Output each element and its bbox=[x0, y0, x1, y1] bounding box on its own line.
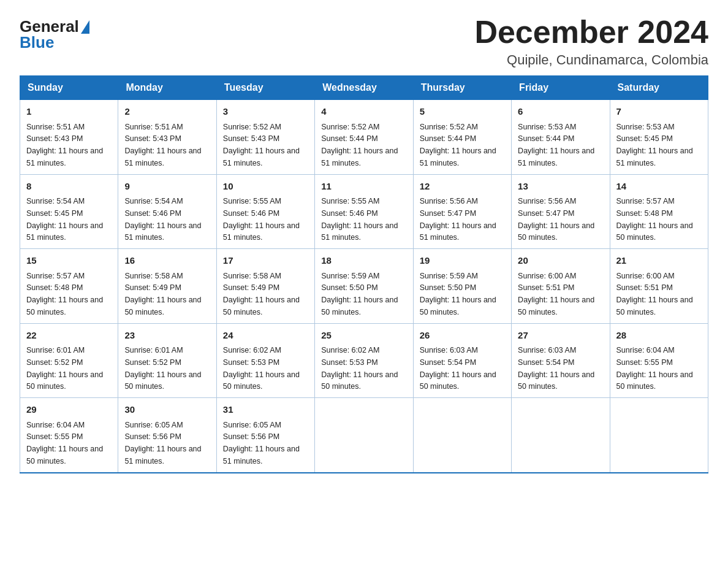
day-info: Sunrise: 5:54 AMSunset: 5:46 PMDaylight:… bbox=[124, 197, 201, 242]
title-block: December 2024 Quipile, Cundinamarca, Col… bbox=[474, 15, 708, 68]
day-number: 7 bbox=[616, 105, 702, 119]
day-number: 8 bbox=[26, 180, 112, 194]
day-info: Sunrise: 6:02 AMSunset: 5:53 PMDaylight:… bbox=[321, 346, 398, 391]
day-number: 15 bbox=[26, 254, 112, 268]
col-monday: Monday bbox=[118, 76, 216, 100]
calendar-week-row: 29Sunrise: 6:04 AMSunset: 5:55 PMDayligh… bbox=[20, 398, 708, 473]
day-info: Sunrise: 5:55 AMSunset: 5:46 PMDaylight:… bbox=[223, 197, 300, 242]
day-number: 18 bbox=[321, 254, 406, 268]
day-info: Sunrise: 6:05 AMSunset: 5:56 PMDaylight:… bbox=[124, 421, 201, 465]
calendar-table: Sunday Monday Tuesday Wednesday Thursday… bbox=[20, 75, 708, 473]
col-friday: Friday bbox=[512, 76, 610, 100]
day-number: 13 bbox=[518, 180, 603, 194]
logo: General Blue bbox=[20, 18, 89, 50]
table-row: 8Sunrise: 5:54 AMSunset: 5:45 PMDaylight… bbox=[20, 174, 118, 249]
table-row: 28Sunrise: 6:04 AMSunset: 5:55 PMDayligh… bbox=[610, 323, 708, 398]
day-info: Sunrise: 5:58 AMSunset: 5:49 PMDaylight:… bbox=[223, 272, 300, 316]
day-info: Sunrise: 5:52 AMSunset: 5:44 PMDaylight:… bbox=[420, 123, 496, 167]
day-info: Sunrise: 5:59 AMSunset: 5:50 PMDaylight:… bbox=[321, 272, 398, 316]
day-info: Sunrise: 5:51 AMSunset: 5:43 PMDaylight:… bbox=[26, 123, 103, 167]
day-info: Sunrise: 5:54 AMSunset: 5:45 PMDaylight:… bbox=[26, 197, 103, 242]
col-wednesday: Wednesday bbox=[315, 76, 413, 100]
day-number: 10 bbox=[223, 180, 308, 194]
day-number: 31 bbox=[223, 403, 308, 417]
location-subtitle: Quipile, Cundinamarca, Colombia bbox=[474, 52, 708, 68]
page-header: General Blue December 2024 Quipile, Cund… bbox=[20, 15, 708, 68]
day-info: Sunrise: 6:03 AMSunset: 5:54 PMDaylight:… bbox=[420, 346, 496, 391]
table-row: 31Sunrise: 6:05 AMSunset: 5:56 PMDayligh… bbox=[216, 398, 314, 473]
day-number: 25 bbox=[321, 329, 406, 343]
day-info: Sunrise: 6:00 AMSunset: 5:51 PMDaylight:… bbox=[616, 272, 693, 316]
day-info: Sunrise: 5:55 AMSunset: 5:46 PMDaylight:… bbox=[321, 197, 398, 242]
logo-general-text: General bbox=[20, 18, 79, 34]
day-number: 16 bbox=[124, 254, 210, 268]
table-row bbox=[413, 398, 511, 473]
day-number: 6 bbox=[518, 105, 603, 119]
table-row: 6Sunrise: 5:53 AMSunset: 5:44 PMDaylight… bbox=[512, 100, 610, 175]
table-row: 15Sunrise: 5:57 AMSunset: 5:48 PMDayligh… bbox=[20, 249, 118, 324]
day-info: Sunrise: 5:58 AMSunset: 5:49 PMDaylight:… bbox=[124, 272, 201, 316]
table-row: 23Sunrise: 6:01 AMSunset: 5:52 PMDayligh… bbox=[118, 323, 216, 398]
day-info: Sunrise: 5:51 AMSunset: 5:43 PMDaylight:… bbox=[124, 123, 201, 167]
day-number: 26 bbox=[420, 329, 505, 343]
table-row: 17Sunrise: 5:58 AMSunset: 5:49 PMDayligh… bbox=[216, 249, 314, 324]
day-info: Sunrise: 6:01 AMSunset: 5:52 PMDaylight:… bbox=[124, 346, 201, 391]
table-row: 26Sunrise: 6:03 AMSunset: 5:54 PMDayligh… bbox=[413, 323, 511, 398]
table-row: 3Sunrise: 5:52 AMSunset: 5:43 PMDaylight… bbox=[216, 100, 314, 175]
table-row bbox=[315, 398, 413, 473]
day-number: 21 bbox=[616, 254, 702, 268]
table-row: 27Sunrise: 6:03 AMSunset: 5:54 PMDayligh… bbox=[512, 323, 610, 398]
day-info: Sunrise: 5:56 AMSunset: 5:47 PMDaylight:… bbox=[420, 197, 496, 242]
day-number: 2 bbox=[124, 105, 210, 119]
table-row: 5Sunrise: 5:52 AMSunset: 5:44 PMDaylight… bbox=[413, 100, 511, 175]
day-info: Sunrise: 5:52 AMSunset: 5:44 PMDaylight:… bbox=[321, 123, 398, 167]
day-info: Sunrise: 5:52 AMSunset: 5:43 PMDaylight:… bbox=[223, 123, 300, 167]
table-row: 20Sunrise: 6:00 AMSunset: 5:51 PMDayligh… bbox=[512, 249, 610, 324]
day-info: Sunrise: 5:56 AMSunset: 5:47 PMDaylight:… bbox=[518, 197, 594, 242]
table-row: 16Sunrise: 5:58 AMSunset: 5:49 PMDayligh… bbox=[118, 249, 216, 324]
table-row: 25Sunrise: 6:02 AMSunset: 5:53 PMDayligh… bbox=[315, 323, 413, 398]
day-number: 11 bbox=[321, 180, 406, 194]
day-number: 17 bbox=[223, 254, 308, 268]
table-row: 7Sunrise: 5:53 AMSunset: 5:45 PMDaylight… bbox=[610, 100, 708, 175]
table-row: 9Sunrise: 5:54 AMSunset: 5:46 PMDaylight… bbox=[118, 174, 216, 249]
table-row: 2Sunrise: 5:51 AMSunset: 5:43 PMDaylight… bbox=[118, 100, 216, 175]
table-row: 13Sunrise: 5:56 AMSunset: 5:47 PMDayligh… bbox=[512, 174, 610, 249]
day-number: 4 bbox=[321, 105, 406, 119]
day-info: Sunrise: 6:04 AMSunset: 5:55 PMDaylight:… bbox=[616, 346, 693, 391]
day-info: Sunrise: 6:00 AMSunset: 5:51 PMDaylight:… bbox=[518, 272, 594, 316]
table-row: 11Sunrise: 5:55 AMSunset: 5:46 PMDayligh… bbox=[315, 174, 413, 249]
day-number: 5 bbox=[420, 105, 505, 119]
table-row bbox=[512, 398, 610, 473]
calendar-week-row: 15Sunrise: 5:57 AMSunset: 5:48 PMDayligh… bbox=[20, 249, 708, 324]
calendar-week-row: 22Sunrise: 6:01 AMSunset: 5:52 PMDayligh… bbox=[20, 323, 708, 398]
table-row: 22Sunrise: 6:01 AMSunset: 5:52 PMDayligh… bbox=[20, 323, 118, 398]
day-info: Sunrise: 6:04 AMSunset: 5:55 PMDaylight:… bbox=[26, 421, 103, 465]
table-row: 14Sunrise: 5:57 AMSunset: 5:48 PMDayligh… bbox=[610, 174, 708, 249]
day-info: Sunrise: 6:01 AMSunset: 5:52 PMDaylight:… bbox=[26, 346, 103, 391]
col-saturday: Saturday bbox=[610, 76, 708, 100]
logo-triangle-icon bbox=[81, 20, 89, 34]
day-number: 1 bbox=[26, 105, 112, 119]
day-number: 27 bbox=[518, 329, 603, 343]
day-number: 23 bbox=[124, 329, 210, 343]
day-number: 29 bbox=[26, 403, 112, 417]
day-info: Sunrise: 5:53 AMSunset: 5:45 PMDaylight:… bbox=[616, 123, 693, 167]
calendar-week-row: 1Sunrise: 5:51 AMSunset: 5:43 PMDaylight… bbox=[20, 100, 708, 175]
day-info: Sunrise: 5:57 AMSunset: 5:48 PMDaylight:… bbox=[26, 272, 103, 316]
table-row bbox=[610, 398, 708, 473]
day-number: 3 bbox=[223, 105, 308, 119]
table-row: 29Sunrise: 6:04 AMSunset: 5:55 PMDayligh… bbox=[20, 398, 118, 473]
col-sunday: Sunday bbox=[20, 76, 118, 100]
day-number: 19 bbox=[420, 254, 505, 268]
day-number: 22 bbox=[26, 329, 112, 343]
table-row: 1Sunrise: 5:51 AMSunset: 5:43 PMDaylight… bbox=[20, 100, 118, 175]
day-number: 20 bbox=[518, 254, 603, 268]
day-info: Sunrise: 5:53 AMSunset: 5:44 PMDaylight:… bbox=[518, 123, 594, 167]
table-row: 21Sunrise: 6:00 AMSunset: 5:51 PMDayligh… bbox=[610, 249, 708, 324]
table-row: 18Sunrise: 5:59 AMSunset: 5:50 PMDayligh… bbox=[315, 249, 413, 324]
month-title: December 2024 bbox=[474, 15, 708, 50]
day-info: Sunrise: 6:02 AMSunset: 5:53 PMDaylight:… bbox=[223, 346, 300, 391]
day-info: Sunrise: 5:59 AMSunset: 5:50 PMDaylight:… bbox=[420, 272, 496, 316]
day-number: 28 bbox=[616, 329, 702, 343]
